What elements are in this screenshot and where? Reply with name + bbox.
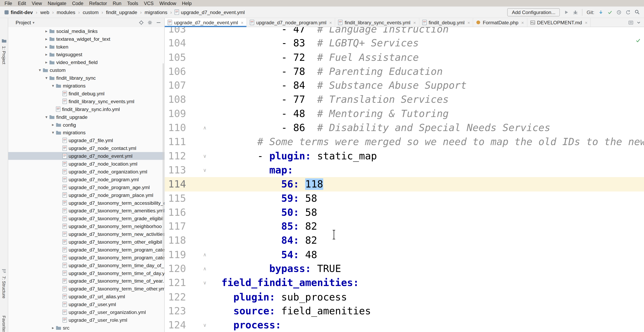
tab-upgrade_d7_node_program.yml[interactable]: upgrade_d7_node_program.yml×	[247, 18, 335, 27]
tab-findit_library_sync_events.yml[interactable]: findit_library_sync_events.yml×	[335, 18, 419, 27]
project-tree-scrollbar[interactable]	[163, 63, 164, 260]
tree-item-src[interactable]: ▸src	[8, 324, 164, 331]
tree-item-upgrade_d7_node_organization.yml[interactable]: upgrade_d7_node_organization.yml	[8, 168, 164, 175]
close-tab-icon[interactable]: ×	[585, 20, 588, 25]
add-configuration-button[interactable]: Add Configuration...	[508, 8, 560, 16]
tree-item-upgrade_d7_taxonomy_term_amenities.yml[interactable]: upgrade_d7_taxonomy_term_amenities.yml	[8, 207, 164, 215]
tree-item-upgrade_d7_url_alias.yml[interactable]: upgrade_d7_url_alias.yml	[8, 293, 164, 300]
menu-item-view[interactable]: View	[29, 0, 45, 7]
menu-item-code[interactable]: Code	[69, 0, 86, 7]
tree-item-upgrade_d7_node_event.yml[interactable]: upgrade_d7_node_event.yml	[8, 152, 164, 160]
tool-button-structure[interactable]: 7: Structure	[2, 276, 6, 298]
menu-item-run[interactable]: Run	[110, 0, 124, 7]
hide-panel-icon[interactable]	[156, 20, 161, 25]
menu-item-tools[interactable]: Tools	[124, 0, 141, 7]
tree-item-upgrade_d7_taxonomy_term_time_day_of_[interactable]: upgrade_d7_taxonomy_term_time_day_of_	[8, 261, 164, 269]
tree-item-findit_library_sync_events.yml[interactable]: findit_library_sync_events.yml	[8, 97, 164, 105]
tab-FormatDate.php[interactable]: FormatDate.php×	[473, 18, 527, 27]
collapse-arrow-icon[interactable]: ▾	[44, 74, 49, 82]
tree-item-upgrade_d7_taxonomy_term_program_cate[interactable]: upgrade_d7_taxonomy_term_program_cate	[8, 253, 164, 261]
tree-item-twigsuggest[interactable]: ▸twigsuggest	[8, 51, 164, 58]
tab-upgrade_d7_node_event.yml[interactable]: upgrade_d7_node_event.yml×	[165, 18, 247, 27]
tree-item-video_embed_field[interactable]: ▸video_embed_field	[8, 58, 164, 66]
tree-item-upgrade_d7_user_role.yml[interactable]: upgrade_d7_user_role.yml	[8, 316, 164, 324]
menu-item-refactor[interactable]: Refactor	[86, 0, 110, 7]
menu-item-window[interactable]: Window	[156, 0, 179, 7]
git-commit-check-icon[interactable]	[608, 10, 612, 15]
collapse-arrow-icon[interactable]: ▾	[50, 129, 56, 137]
tree-item-findit_library_sync.info.yml[interactable]: findit_library_sync.info.yml	[8, 105, 164, 113]
tree-item-upgrade_d7_taxonomy_term_time_other.ym[interactable]: upgrade_d7_taxonomy_term_time_other.ym	[8, 285, 164, 293]
fold-down-icon[interactable]: ∨	[203, 149, 207, 163]
tree-item-upgrade_d7_user.yml[interactable]: upgrade_d7_user.yml	[8, 300, 164, 308]
collapse-arrow-icon[interactable]: ▾	[44, 113, 49, 121]
fold-down-icon[interactable]: ∨	[203, 318, 207, 332]
fold-up-icon[interactable]: ∧	[203, 262, 207, 276]
tree-item-social_media_links[interactable]: ▸social_media_links	[8, 27, 164, 35]
tree-item-findit_library_sync[interactable]: ▾findit_library_sync	[8, 74, 164, 82]
tab-DEVELOPMENT.md[interactable]: DEVELOPMENT.md×	[527, 18, 591, 27]
tree-item-findit_upgrade[interactable]: ▾findit_upgrade	[8, 113, 164, 121]
chevron-down-icon[interactable]: ▾	[32, 21, 34, 25]
inspections-ok-icon[interactable]	[635, 38, 641, 43]
tree-item-upgrade_d7_node_location.yml[interactable]: upgrade_d7_node_location.yml	[8, 160, 164, 168]
expand-arrow-icon[interactable]: ▸	[44, 27, 49, 35]
tree-item-upgrade_d7_taxonomy_term_other_eligibil[interactable]: upgrade_d7_taxonomy_term_other_eligibil	[8, 238, 164, 246]
breadcrumb-item-findit_upgrade[interactable]: findit_upgrade	[104, 9, 139, 16]
expand-arrow-icon[interactable]: ▸	[44, 35, 49, 43]
fold-down-icon[interactable]: ∨	[203, 163, 207, 177]
tree-item-migrations[interactable]: ▾migrations	[8, 129, 164, 137]
tree-item-upgrade_d7_taxonomy_term_accessibility_c[interactable]: upgrade_d7_taxonomy_term_accessibility_c	[8, 199, 164, 207]
structure-tool-icon[interactable]	[2, 269, 6, 273]
tree-item-upgrade_d7_node_program_age.yml[interactable]: upgrade_d7_node_program_age.yml	[8, 183, 164, 191]
code-editor[interactable]: 103 - 47 # Language Instruction104 - 83 …	[165, 27, 644, 332]
breadcrumb-item-findit-dev[interactable]: findit-dev	[9, 9, 34, 16]
tree-item-textarea_widget_for_text[interactable]: ▸textarea_widget_for_text	[8, 35, 164, 43]
menu-item-navigate[interactable]: Navigate	[45, 0, 69, 7]
search-icon[interactable]	[634, 10, 640, 15]
menu-item-help[interactable]: Help	[179, 0, 194, 7]
tree-item-migrations[interactable]: ▾migrations	[8, 82, 164, 90]
chevron-down-icon[interactable]	[636, 20, 640, 24]
close-tab-icon[interactable]: ×	[413, 20, 416, 25]
tree-item-upgrade_d7_taxonomy_term_time_of_day.y[interactable]: upgrade_d7_taxonomy_term_time_of_day.y	[8, 269, 164, 277]
fold-up-icon[interactable]: ∧	[203, 248, 207, 262]
tree-item-findit_debug.yml[interactable]: findit_debug.yml	[8, 90, 164, 97]
tree-item-token[interactable]: ▸token	[8, 43, 164, 51]
gear-icon[interactable]	[148, 20, 152, 25]
breadcrumb-item-web[interactable]: web	[38, 9, 51, 16]
tab-list-icon[interactable]	[628, 20, 633, 25]
locate-file-target-icon[interactable]	[139, 20, 144, 25]
close-tab-icon[interactable]: ×	[241, 20, 244, 25]
tool-button-favorites[interactable]: Favorites	[2, 315, 6, 332]
expand-arrow-icon[interactable]: ▸	[50, 324, 56, 331]
tree-item-upgrade_d7_node_contact.yml[interactable]: upgrade_d7_node_contact.yml	[8, 144, 164, 152]
tree-item-upgrade_d7_taxonomy_term_grade_eligibil[interactable]: upgrade_d7_taxonomy_term_grade_eligibil	[8, 215, 164, 222]
breadcrumb-item-migrations[interactable]: migrations	[143, 9, 169, 16]
tree-item-custom[interactable]: ▾custom	[8, 66, 164, 74]
tree-item-upgrade_d7_user_organization.yml[interactable]: upgrade_d7_user_organization.yml	[8, 308, 164, 316]
fold-down-icon[interactable]: ∨	[203, 276, 207, 290]
breadcrumb-item-upgrade_d7_node_event.yml[interactable]: upgrade_d7_node_event.yml	[173, 9, 246, 16]
tree-item-config[interactable]: ▸config	[8, 121, 164, 129]
tree-item-upgrade_d7_node_program.yml[interactable]: upgrade_d7_node_program.yml	[8, 175, 164, 183]
breadcrumb-item-custom[interactable]: custom	[81, 9, 100, 16]
tree-item-upgrade_d7_taxonomy_term_time_of_year.[interactable]: upgrade_d7_taxonomy_term_time_of_year.	[8, 277, 164, 285]
run-play-icon[interactable]	[564, 10, 569, 15]
collapse-arrow-icon[interactable]: ▾	[50, 82, 56, 90]
rollback-icon[interactable]	[626, 10, 630, 15]
tree-item-upgrade_d7_taxonomy_term_new_activities[interactable]: upgrade_d7_taxonomy_term_new_activities	[8, 230, 164, 238]
collapse-arrow-icon[interactable]: ▾	[37, 66, 43, 74]
tree-item-upgrade_d7_taxonomy_term_program_cate[interactable]: upgrade_d7_taxonomy_term_program_cate	[8, 246, 164, 253]
tab-findit_debug.yml[interactable]: findit_debug.yml×	[419, 18, 473, 27]
tree-item-upgrade_d7_file.yml[interactable]: upgrade_d7_file.yml	[8, 137, 164, 144]
close-tab-icon[interactable]: ×	[521, 20, 524, 25]
close-tab-icon[interactable]: ×	[329, 20, 332, 25]
history-clock-icon[interactable]	[616, 10, 622, 15]
debug-bug-icon[interactable]	[573, 10, 578, 15]
tree-item-upgrade_d7_taxonomy_term_neighborhoo[interactable]: upgrade_d7_taxonomy_term_neighborhoo	[8, 222, 164, 230]
expand-arrow-icon[interactable]: ▸	[44, 43, 49, 51]
project-panel-title[interactable]: Project	[16, 20, 31, 26]
expand-arrow-icon[interactable]: ▸	[44, 51, 49, 58]
expand-arrow-icon[interactable]: ▸	[44, 58, 49, 66]
